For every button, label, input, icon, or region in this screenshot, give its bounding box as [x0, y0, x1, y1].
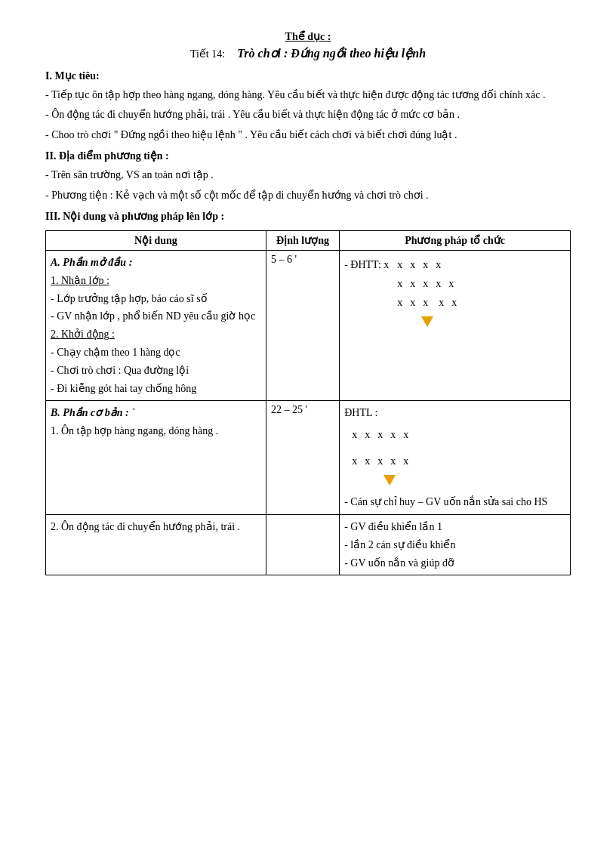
lesson-name: Trò chơi : Đứng ngồi theo hiệu lệnh — [237, 47, 426, 60]
section-muc-tieu-title: I. Mục tiêu: — [45, 69, 571, 82]
page-container: Thể dục : Tiết 14: Trò chơi : Đứng ngồi … — [45, 30, 571, 575]
khoi-dong-label: 2. Khởi động : — [51, 328, 115, 340]
gv-dieu-khien-1: - GV điều khiển lần 1 — [344, 518, 565, 536]
khoi-dong-item-3: - Đi kiễng gót hai tay chống hông — [51, 383, 196, 394]
on-tap-1: 1. Ôn tập hợp hàng ngang, dóng hàng . — [51, 425, 218, 436]
lesson-prefix: Tiết 14: — [190, 48, 225, 60]
x3: x — [423, 255, 428, 274]
table-row-3: 2. Ôn động tác đi chuyển hướng phải, trá… — [46, 515, 571, 575]
dx5: x — [403, 425, 408, 444]
dx8: x — [377, 452, 383, 470]
x6: x — [410, 274, 415, 293]
triangle-row-1 — [344, 313, 565, 331]
triangle-icon-2 — [383, 475, 396, 486]
x7: x — [423, 274, 428, 293]
muc-tieu-item-2: - Ôn động tác đi chuyển hướng phải, trái… — [45, 106, 571, 123]
dx4: x — [390, 425, 396, 444]
on-tap-2: 2. Ôn động tác đi chuyển hướng phải, trá… — [51, 521, 240, 532]
khoi-dong-item-2: - Chơi trò chơi : Qua đường lội — [51, 365, 189, 376]
x10: x — [397, 293, 402, 312]
gv-uon-nan: - GV uốn nắn và giúp đỡ — [344, 554, 565, 572]
noidung-cell-3: 2. Ôn động tác đi chuyển hướng phải, trá… — [46, 515, 266, 575]
nhan-lop-item-2: - GV nhận lớp , phổ biến ND yêu cầu giờ … — [51, 310, 255, 322]
x2: x — [410, 255, 415, 274]
table-row-1: A. Phần mở đầu : 1. Nhận lớp : - Lớp trư… — [46, 250, 571, 400]
phuongphap-cell-2: ĐHTL : x x x x x x x x x x — [340, 401, 571, 515]
section-noi-dung-title: III. Nội dung và phương pháp lên lớp : — [45, 210, 571, 223]
triangle-icon-1 — [421, 316, 433, 327]
dhtl-row-1: x x x x x — [344, 425, 565, 444]
nhan-lop-item-1: - Lớp trưởng tập hợp, báo cáo sĩ số — [51, 293, 208, 304]
col-header-dinhlug: Định lượng — [266, 230, 339, 250]
dia-diem-item-2: - Phương tiện : Kẻ vạch và một số cột mố… — [45, 187, 571, 204]
phan-co-ban-label: B. Phần cơ bản : ` — [51, 407, 135, 418]
dhtt-block: - ĐHTT: x x x x x x x x x x — [344, 255, 565, 330]
section-dia-diem-title: II. Địa điểm phương tiện : — [45, 150, 571, 162]
dia-diem-item-1: - Trên sân trường, VS an toàn nơi tập . — [45, 167, 571, 183]
nhan-lop-label: 1. Nhận lớp : — [51, 275, 109, 286]
x9: x — [448, 274, 454, 293]
can-su-note: - Cán sự chỉ huy – GV uốn nắn sửa sai ch… — [344, 493, 565, 511]
dx7: x — [365, 452, 370, 470]
phuongphap-cell-3: - GV điều khiển lần 1 - lần 2 cán sự điề… — [340, 515, 571, 575]
lesson-table: Nội dung Định lượng Phương pháp tổ chức … — [45, 230, 571, 576]
dhtt-row-1: - ĐHTT: x x x x x — [344, 255, 565, 274]
subject-title: Thể dục : — [45, 30, 571, 43]
dx3: x — [377, 425, 383, 444]
dx1: x — [352, 425, 357, 444]
lan-2-can-su: - lần 2 cán sự điều khiển — [344, 536, 565, 554]
phuongphap-cell-1: - ĐHTT: x x x x x x x x x x — [340, 250, 571, 400]
x12: x — [423, 293, 428, 312]
lesson-title: Tiết 14: Trò chơi : Đứng ngồi theo hiệu … — [45, 46, 571, 60]
col-header-phuongphap: Phương pháp tổ chức — [340, 230, 571, 250]
dinhlug-cell-2: 22 – 25 ' — [266, 401, 339, 515]
dx6: x — [352, 452, 357, 470]
x14: x — [451, 293, 457, 312]
dhtt-row-3: x x x x x — [344, 293, 565, 312]
table-row-2: B. Phần cơ bản : ` 1. Ôn tập hợp hàng ng… — [46, 401, 571, 515]
dhtt-row-2: x x x x x — [344, 274, 565, 293]
x8: x — [436, 274, 441, 293]
dhtt-label: - ĐHTT: x — [344, 255, 390, 274]
dinhlug-cell-1: 5 – 6 ' — [266, 250, 339, 400]
x11: x — [410, 293, 415, 312]
x4: x — [436, 255, 441, 274]
phan-mo-dau-label: A. Phần mở đầu : — [51, 257, 132, 268]
dhtl-row-2: x x x x x — [344, 452, 565, 470]
x5: x — [397, 274, 402, 293]
dinhlug-cell-3 — [266, 515, 339, 575]
dhtl-label: ĐHTL : — [344, 404, 565, 422]
muc-tieu-item-3: - Choo trò chơi " Đứng ngồi theo hiệu lệ… — [45, 127, 571, 143]
x1: x — [397, 255, 402, 274]
triangle-row-2 — [344, 471, 565, 489]
x13: x — [439, 293, 444, 312]
col-header-noidung: Nội dung — [46, 230, 266, 250]
dx2: x — [365, 425, 370, 444]
khoi-dong-item-1: - Chạy chậm theo 1 hàng dọc — [51, 347, 180, 358]
muc-tieu-item-1: - Tiếp tục ôn tập hợp theo hàng ngang, d… — [45, 87, 571, 103]
noidung-cell-2: B. Phần cơ bản : ` 1. Ôn tập hợp hàng ng… — [46, 401, 266, 515]
dx9: x — [390, 452, 396, 470]
noidung-cell-1: A. Phần mở đầu : 1. Nhận lớp : - Lớp trư… — [46, 250, 266, 400]
dx10: x — [403, 452, 408, 470]
